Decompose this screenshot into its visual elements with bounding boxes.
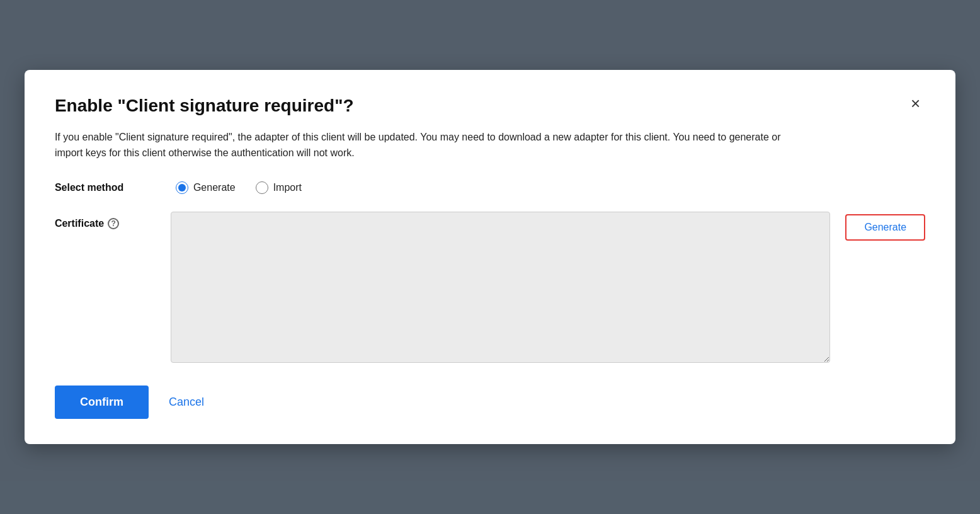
radio-import-text: Import [273, 182, 302, 193]
modal-title: Enable "Client signature required"? [55, 95, 354, 117]
certificate-row: Certificate ? Generate [55, 212, 925, 363]
modal-footer: Confirm Cancel [55, 386, 925, 419]
radio-generate-label[interactable]: Generate [176, 181, 236, 194]
radio-import-label[interactable]: Import [256, 181, 302, 194]
modal-description: If you enable "Client signature required… [55, 129, 811, 161]
close-button[interactable]: × [906, 93, 925, 114]
certificate-label-col: Certificate ? [55, 212, 156, 229]
radio-generate-text: Generate [193, 182, 236, 193]
radio-generate[interactable] [176, 181, 188, 194]
generate-button[interactable]: Generate [845, 214, 925, 241]
certificate-label: Certificate ? [55, 218, 156, 229]
radio-group: Generate Import [176, 181, 302, 194]
confirm-button[interactable]: Confirm [55, 386, 149, 419]
certificate-label-text: Certificate [55, 218, 104, 229]
select-method-row: Select method Generate Import [55, 181, 925, 194]
modal-backdrop: Enable "Client signature required"? × If… [0, 0, 980, 514]
select-method-label: Select method [55, 182, 156, 193]
radio-import[interactable] [256, 181, 268, 194]
cancel-button[interactable]: Cancel [164, 386, 209, 419]
modal-dialog: Enable "Client signature required"? × If… [25, 70, 955, 444]
certificate-help-icon: ? [108, 218, 119, 229]
modal-header: Enable "Client signature required"? × [55, 95, 925, 117]
certificate-textarea[interactable] [171, 212, 830, 363]
